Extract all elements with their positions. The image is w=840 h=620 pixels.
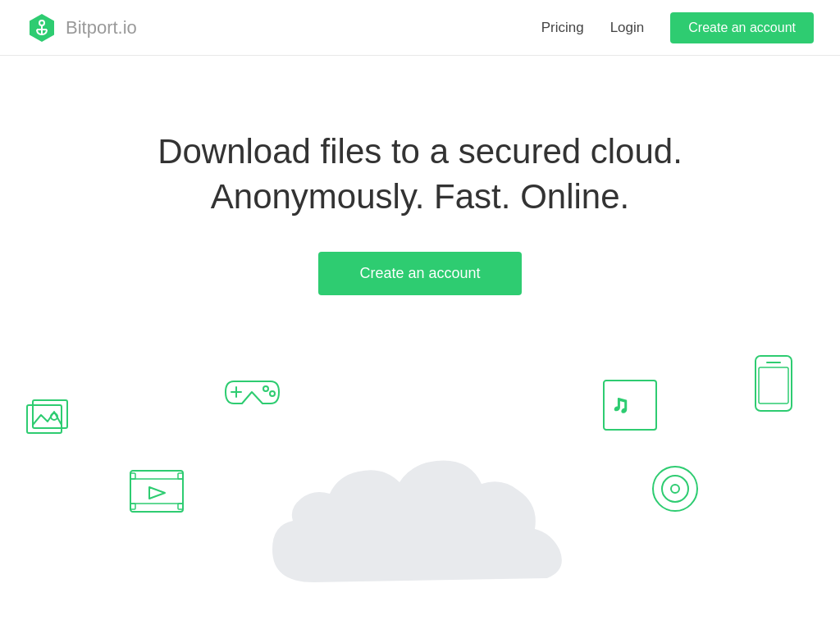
cloud-graphic (248, 435, 592, 590)
pricing-link[interactable]: Pricing (541, 20, 584, 36)
svg-point-27 (671, 485, 679, 493)
phone-icon (752, 353, 795, 417)
header-create-account-button[interactable]: Create an account (670, 12, 814, 43)
logo-name: Bitport.io (66, 17, 137, 39)
svg-text:♫: ♫ (612, 391, 629, 417)
video-icon (127, 467, 186, 518)
disc-icon (650, 463, 701, 517)
svg-rect-17 (130, 471, 183, 512)
svg-point-25 (653, 467, 697, 511)
svg-point-9 (263, 386, 268, 391)
logo-area: Bitport.io (26, 12, 137, 43)
hero-create-account-button[interactable]: Create an account (318, 252, 521, 295)
hero-section: Download files to a secured cloud. Anony… (0, 56, 840, 336)
svg-marker-24 (149, 487, 165, 499)
illustrations-section: ♫ (0, 336, 840, 590)
hero-title: Download files to a secured cloud. Anony… (158, 130, 682, 219)
gamepad-icon (221, 369, 283, 417)
svg-point-10 (270, 391, 275, 396)
logo-icon (26, 12, 57, 43)
nav: Pricing Login Create an account (541, 12, 814, 43)
music-icon: ♫ (600, 377, 660, 436)
svg-point-26 (662, 476, 688, 502)
svg-rect-15 (759, 367, 788, 403)
header: Bitport.io Pricing Login Create an accou… (0, 0, 840, 56)
photos-icon (23, 394, 80, 446)
login-link[interactable]: Login (610, 20, 645, 36)
svg-rect-13 (756, 356, 792, 411)
